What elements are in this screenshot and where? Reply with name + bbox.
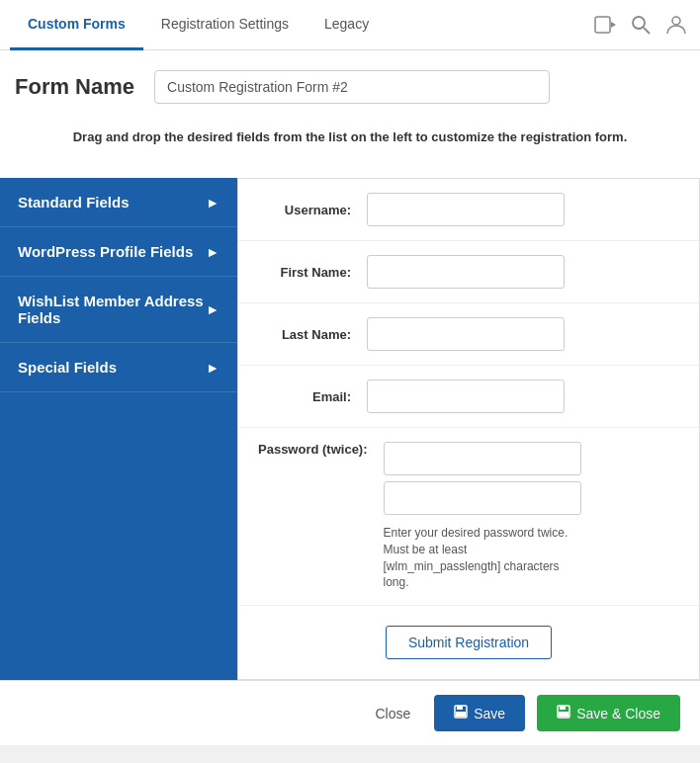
sidebar-item-label: WordPress Profile Fields [18, 243, 193, 260]
sidebar-item-wordpress-profile[interactable]: WordPress Profile Fields ► [0, 227, 237, 277]
email-input[interactable] [367, 380, 565, 413]
password-input-1[interactable] [384, 442, 581, 475]
svg-rect-0 [595, 17, 610, 33]
email-label: Email: [258, 389, 367, 404]
form-name-label: Form Name [15, 74, 134, 100]
search-icon[interactable] [627, 11, 655, 39]
svg-point-2 [633, 17, 645, 29]
content-area: Standard Fields ► WordPress Profile Fiel… [0, 178, 700, 680]
password-label: Password (twice): [258, 442, 384, 457]
drag-hint: Drag and drop the desired fields from th… [15, 120, 685, 158]
svg-marker-1 [611, 22, 616, 28]
video-icon[interactable] [591, 11, 619, 39]
sidebar-item-label: Special Fields [18, 359, 117, 376]
last-name-input[interactable] [367, 317, 565, 351]
svg-line-3 [644, 28, 650, 34]
password-input-2[interactable] [384, 481, 581, 515]
submit-registration-button[interactable]: Submit Registration [386, 626, 552, 659]
sidebar-item-standard-fields[interactable]: Standard Fields ► [0, 178, 237, 227]
form-name-row: Form Name [15, 70, 685, 104]
header-icons [591, 11, 690, 39]
sidebar: Standard Fields ► WordPress Profile Fiel… [0, 178, 237, 680]
username-label: Username: [258, 203, 367, 217]
svg-point-4 [672, 17, 680, 25]
svg-rect-7 [456, 712, 466, 717]
chevron-right-icon: ► [206, 301, 219, 317]
chevron-right-icon: ► [206, 195, 219, 211]
username-row: Username: [238, 179, 699, 241]
tab-custom-forms[interactable]: Custom Forms [10, 0, 143, 50]
save-close-label: Save & Close [576, 706, 660, 721]
save-close-button[interactable]: Save & Close [537, 695, 680, 731]
last-name-row: Last Name: [238, 303, 699, 366]
password-hint: Enter your desired password twice. Must … [384, 525, 581, 591]
first-name-input[interactable] [367, 255, 565, 289]
save-close-icon [557, 705, 570, 721]
form-area: Username: First Name: Last Name: Email: … [237, 178, 700, 680]
password-row: Password (twice): Enter your desired pas… [238, 428, 699, 606]
submit-row: Submit Registration [238, 606, 699, 679]
first-name-label: First Name: [258, 265, 367, 280]
password-inputs: Enter your desired password twice. Must … [384, 442, 581, 591]
email-row: Email: [238, 366, 699, 428]
sidebar-item-label: WishList Member Address Fields [18, 293, 206, 326]
chevron-right-icon: ► [206, 360, 219, 376]
tab-legacy[interactable]: Legacy [306, 0, 387, 50]
main-content: Form Name Drag and drop the desired fiel… [0, 50, 700, 178]
save-label: Save [474, 706, 505, 721]
chevron-right-icon: ► [206, 244, 219, 260]
tab-registration-settings[interactable]: Registration Settings [143, 0, 306, 50]
svg-rect-6 [457, 706, 463, 710]
sidebar-item-special-fields[interactable]: Special Fields ► [0, 343, 237, 392]
last-name-label: Last Name: [258, 327, 367, 342]
header: Custom Forms Registration Settings Legac… [0, 0, 700, 50]
first-name-row: First Name: [238, 241, 699, 303]
sidebar-item-label: Standard Fields [18, 194, 130, 211]
username-input[interactable] [367, 193, 565, 226]
svg-rect-10 [559, 712, 569, 717]
close-button[interactable]: Close [363, 698, 422, 729]
form-name-input[interactable] [154, 70, 550, 104]
save-icon [454, 705, 468, 721]
save-button[interactable]: Save [434, 695, 525, 731]
sidebar-item-wishlist-address[interactable]: WishList Member Address Fields ► [0, 277, 237, 343]
svg-rect-9 [560, 706, 566, 710]
user-icon[interactable] [662, 11, 690, 39]
footer: Close Save Save & Close [0, 680, 700, 745]
